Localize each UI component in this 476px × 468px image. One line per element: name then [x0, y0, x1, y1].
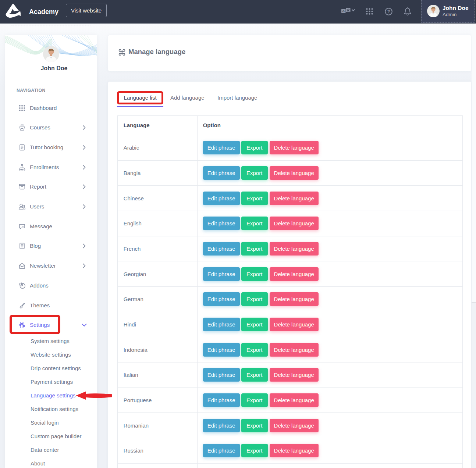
svg-text:?: ?: [387, 9, 390, 14]
svg-text:A: A: [342, 9, 345, 13]
